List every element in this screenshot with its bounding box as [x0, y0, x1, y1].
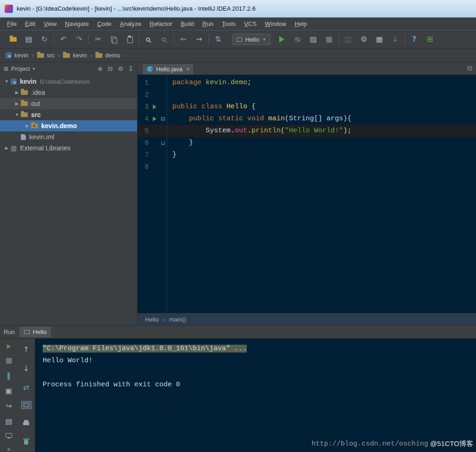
- code-line-3[interactable]: 3public class Hello {: [138, 101, 476, 113]
- menu-help[interactable]: Help: [290, 19, 311, 29]
- tab-hello-java[interactable]: C Hello.java ×: [142, 63, 194, 74]
- help-button[interactable]: ?: [410, 34, 419, 45]
- replace-button[interactable]: [160, 34, 169, 45]
- menu-code[interactable]: Code: [93, 19, 116, 29]
- menu-refactor[interactable]: Refactor: [145, 19, 176, 29]
- paste-button[interactable]: [125, 34, 134, 45]
- more-actions-chevron[interactable]: »: [7, 446, 10, 452]
- menu-build[interactable]: Build: [176, 19, 198, 29]
- exit-button[interactable]: ↪: [5, 402, 13, 410]
- ide-settings-button[interactable]: ⊞: [426, 34, 434, 45]
- console-output[interactable]: "C:\Program Files\java\jdk1.8.0_161\bin\…: [35, 339, 476, 452]
- code-line-7[interactable]: 7}: [138, 149, 476, 161]
- run-gutter-icon[interactable]: [153, 117, 157, 121]
- tree-item-src[interactable]: ▼src: [0, 109, 137, 120]
- tree-toggle-icon[interactable]: ▶: [3, 146, 11, 150]
- tree-toggle-icon[interactable]: ▶: [13, 90, 21, 95]
- console-line-2[interactable]: Hello World!: [43, 355, 476, 367]
- back-button[interactable]: ←: [179, 34, 188, 45]
- stop-process-button[interactable]: ■: [5, 357, 13, 364]
- code-line-5[interactable]: 5 System.out.println("Hello World!");: [138, 125, 476, 137]
- console-line-4[interactable]: Process finished with exit code 0: [43, 379, 476, 391]
- chevron-down-icon[interactable]: ▾: [33, 66, 35, 71]
- code-editor[interactable]: 1package kevin.demo;23public class Hello…: [138, 75, 476, 313]
- up-stack-trace-button[interactable]: ↑: [22, 344, 31, 355]
- project-panel-title[interactable]: Project: [11, 65, 30, 72]
- open-in-button[interactable]: ◫: [344, 34, 352, 45]
- run-config-select[interactable]: Hello ▼: [232, 34, 270, 45]
- debug-button[interactable]: [294, 34, 302, 45]
- tree-item-out[interactable]: ▶out: [0, 98, 137, 109]
- menu-vcs[interactable]: VCS: [240, 19, 261, 29]
- pause-output-button[interactable]: ‖: [5, 372, 13, 379]
- breadcrumb-class[interactable]: Hello: [145, 316, 159, 323]
- print-button[interactable]: [22, 417, 31, 428]
- project-icon: [6, 52, 12, 58]
- soft-wrap-button[interactable]: ⇄: [22, 382, 31, 393]
- menu-navigate[interactable]: Navigate: [61, 19, 93, 29]
- project-structure-button[interactable]: ⚙: [360, 34, 368, 45]
- dump-threads-button[interactable]: ▣: [5, 387, 13, 395]
- console-line-3[interactable]: [43, 367, 476, 379]
- forward-button[interactable]: →: [195, 34, 203, 45]
- synchronize-button[interactable]: ↻: [40, 34, 49, 45]
- modules-button[interactable]: ▦: [376, 34, 384, 45]
- tree-item-external-libraries[interactable]: ▶▥External Libraries: [0, 142, 137, 154]
- redo-button[interactable]: ↷: [75, 34, 83, 45]
- hide-panel-icon[interactable]: ↧: [128, 66, 133, 72]
- save-all-button[interactable]: ▤: [25, 34, 33, 45]
- tab-options-icon[interactable]: ⊡: [467, 65, 472, 71]
- close-icon[interactable]: ×: [186, 66, 190, 73]
- tree-toggle-icon[interactable]: ▶: [23, 124, 31, 128]
- scroll-to-end-button[interactable]: [21, 401, 31, 409]
- restore-layout-button[interactable]: ▤: [5, 418, 13, 425]
- breadcrumb-method[interactable]: main(): [169, 316, 186, 323]
- console-line-1[interactable]: "C:\Program Files\java\jdk1.8.0_161\bin\…: [43, 343, 476, 355]
- menu-analyze[interactable]: Analyze: [116, 19, 145, 29]
- vcs-update-button[interactable]: ↓: [391, 34, 400, 45]
- rerun-button[interactable]: [5, 344, 13, 349]
- menu-edit[interactable]: Edit: [21, 19, 39, 29]
- copy-button[interactable]: [110, 34, 118, 45]
- find-button[interactable]: [144, 34, 153, 45]
- run-gutter-icon[interactable]: [153, 105, 157, 109]
- tree-toggle-icon[interactable]: ▶: [13, 101, 21, 106]
- open-button[interactable]: [9, 34, 17, 45]
- menu-file[interactable]: File: [3, 19, 21, 29]
- tree-item-kevin-demo[interactable]: ▶kevin.demo: [0, 120, 137, 131]
- sort-lines-button[interactable]: ⇅: [214, 34, 222, 45]
- run-button[interactable]: [278, 34, 286, 45]
- cut-button[interactable]: ✂: [94, 34, 102, 45]
- scroll-from-source-icon[interactable]: ⊕: [98, 66, 103, 72]
- nav-item-src-1[interactable]: src: [37, 52, 55, 59]
- tree-item-kevin[interactable]: ▼kevinG:\IdeaCode\kevin: [0, 76, 137, 87]
- tree-toggle-icon[interactable]: ▼: [13, 112, 21, 117]
- code-line-4[interactable]: 4⊟ public static void main(String[] args…: [138, 113, 476, 125]
- down-stack-trace-button[interactable]: ↓: [22, 363, 31, 374]
- menu-run[interactable]: Run: [198, 19, 218, 29]
- run-window-label[interactable]: Run: [4, 328, 15, 335]
- tree-item-kevin-iml[interactable]: kevin.iml: [0, 131, 137, 142]
- fold-marker-icon[interactable]: ⊟: [161, 116, 165, 122]
- tree-item--idea[interactable]: ▶.idea: [0, 87, 137, 98]
- nav-item-kevin-0[interactable]: kevin: [6, 52, 28, 59]
- menu-tools[interactable]: Tools: [218, 19, 240, 29]
- tree-toggle-icon[interactable]: ▼: [3, 79, 11, 84]
- stop-button[interactable]: ■: [325, 34, 333, 45]
- menu-view[interactable]: View: [39, 19, 61, 29]
- nav-item-kevin-2[interactable]: kevin: [63, 52, 87, 59]
- coverage-button[interactable]: ▨: [309, 34, 318, 45]
- collapse-all-icon[interactable]: ⊟: [108, 66, 113, 72]
- nav-item-demo-3[interactable]: demo: [95, 52, 120, 59]
- run-tab-hello[interactable]: Hello: [19, 327, 51, 337]
- code-line-8[interactable]: 8: [138, 161, 476, 173]
- clear-all-button[interactable]: [22, 436, 31, 447]
- fold-marker-icon[interactable]: ⊔: [161, 140, 165, 146]
- code-line-1[interactable]: 1package kevin.demo;: [138, 77, 476, 89]
- settings-monitor-button[interactable]: [5, 433, 13, 438]
- code-line-2[interactable]: 2: [138, 89, 476, 101]
- menu-window[interactable]: Window: [261, 19, 290, 29]
- undo-button[interactable]: ↶: [59, 34, 68, 45]
- code-line-6[interactable]: 6⊔ }: [138, 137, 476, 149]
- gear-icon[interactable]: ⚙: [118, 66, 123, 72]
